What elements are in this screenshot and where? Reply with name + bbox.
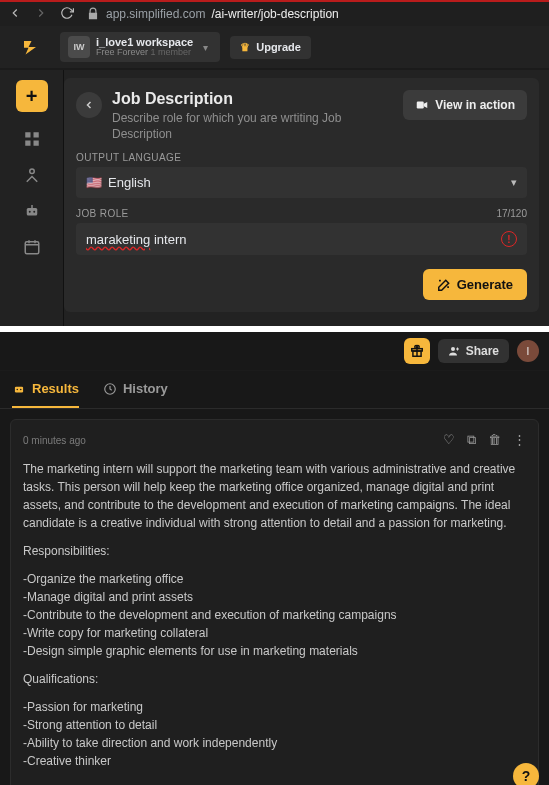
workspace-avatar: IW <box>68 36 90 58</box>
favorite-icon[interactable]: ♡ <box>443 430 455 450</box>
job-description-card: Job Description Describe role for which … <box>64 78 539 312</box>
char-counter: 17/120 <box>496 208 527 219</box>
copy-icon[interactable]: ⧉ <box>467 430 476 450</box>
list-item: -Strong attention to detail <box>23 716 526 734</box>
workspace-switcher[interactable]: IW i_love1 workspace Free Forever 1 memb… <box>60 32 220 62</box>
video-icon <box>415 98 429 112</box>
crown-icon: ♛ <box>240 41 250 54</box>
wand-icon <box>437 278 451 292</box>
back-button[interactable] <box>76 92 102 118</box>
app-logo[interactable] <box>10 38 50 56</box>
warning-icon: ! <box>501 231 517 247</box>
side-rail: + <box>0 70 64 326</box>
nav-back-icon[interactable] <box>8 6 22 23</box>
url-bar[interactable]: app.simplified.com/ai-writer/job-descrip… <box>86 7 339 21</box>
user-avatar[interactable]: I <box>517 340 539 362</box>
job-role-label: JOB ROLE <box>76 208 129 219</box>
share-button[interactable]: Share <box>438 339 509 363</box>
svg-point-6 <box>28 211 30 213</box>
svg-rect-2 <box>25 141 30 146</box>
result-body: The marketing intern will support the ma… <box>23 460 526 780</box>
list-item: -Ability to take direction and work inde… <box>23 734 526 752</box>
svg-rect-9 <box>25 242 39 254</box>
robot-icon[interactable] <box>23 202 41 220</box>
nav-forward-icon[interactable] <box>34 6 48 23</box>
generate-button[interactable]: Generate <box>423 269 527 300</box>
help-button[interactable]: ? <box>513 763 539 785</box>
delete-icon[interactable]: 🗑 <box>488 430 501 450</box>
flag-icon: 🇺🇸 <box>86 175 102 190</box>
svg-rect-10 <box>417 102 424 109</box>
gift-button[interactable] <box>404 338 430 364</box>
result-card: 0 minutes ago ♡ ⧉ 🗑 ⋮ The marketing inte… <box>10 419 539 785</box>
list-item: -Design simple graphic elements for use … <box>23 642 526 660</box>
tab-history[interactable]: History <box>103 371 168 408</box>
lock-icon <box>86 7 100 21</box>
more-icon[interactable]: ⋮ <box>513 430 526 450</box>
calendar-icon[interactable] <box>23 238 41 256</box>
results-toolbar: Share I <box>0 332 549 371</box>
svg-point-7 <box>33 211 35 213</box>
chevron-down-icon: ▾ <box>199 42 212 53</box>
robot-icon <box>12 382 26 396</box>
language-select[interactable]: 🇺🇸English ▾ <box>76 167 527 198</box>
list-item: -Creative thinker <box>23 752 526 770</box>
clock-icon <box>103 382 117 396</box>
svg-point-16 <box>20 389 22 391</box>
list-item: -Organize the marketing office <box>23 570 526 588</box>
add-button[interactable]: + <box>16 80 48 112</box>
output-language-label: OUTPUT LANGUAGE <box>76 152 527 163</box>
svg-rect-14 <box>15 387 23 393</box>
svg-rect-1 <box>33 132 38 137</box>
svg-rect-3 <box>33 141 38 146</box>
results-tabs: Results History <box>0 371 549 409</box>
gift-icon <box>410 344 424 358</box>
chevron-down-icon: ▾ <box>511 176 517 189</box>
upgrade-button[interactable]: ♛ Upgrade <box>230 36 311 59</box>
browser-toolbar: app.simplified.com/ai-writer/job-descrip… <box>0 0 549 26</box>
url-path: /ai-writer/job-description <box>211 7 338 21</box>
apps-icon[interactable] <box>23 130 41 148</box>
svg-rect-0 <box>25 132 30 137</box>
svg-point-15 <box>16 389 18 391</box>
design-icon[interactable] <box>23 166 41 184</box>
svg-point-13 <box>451 347 455 351</box>
job-role-input[interactable]: maraketing intern ! <box>76 223 527 255</box>
view-in-action-button[interactable]: View in action <box>403 90 527 120</box>
url-host: app.simplified.com <box>106 7 205 21</box>
person-plus-icon <box>448 345 460 357</box>
page-subtitle: Describe role for which you are wrtiting… <box>112 110 372 142</box>
list-item: -Manage digital and print assets <box>23 588 526 606</box>
nav-reload-icon[interactable] <box>60 6 74 23</box>
list-item: -Contribute to the development and execu… <box>23 606 526 624</box>
svg-point-4 <box>29 169 34 174</box>
workspace-bar: IW i_love1 workspace Free Forever 1 memb… <box>0 26 549 70</box>
svg-rect-8 <box>31 205 33 208</box>
list-item: -Passion for marketing <box>23 698 526 716</box>
svg-rect-5 <box>26 208 37 216</box>
page-title: Job Description <box>112 90 372 108</box>
tab-results[interactable]: Results <box>12 371 79 408</box>
list-item: -Write copy for marketing collateral <box>23 624 526 642</box>
result-timestamp: 0 minutes ago <box>23 433 86 448</box>
